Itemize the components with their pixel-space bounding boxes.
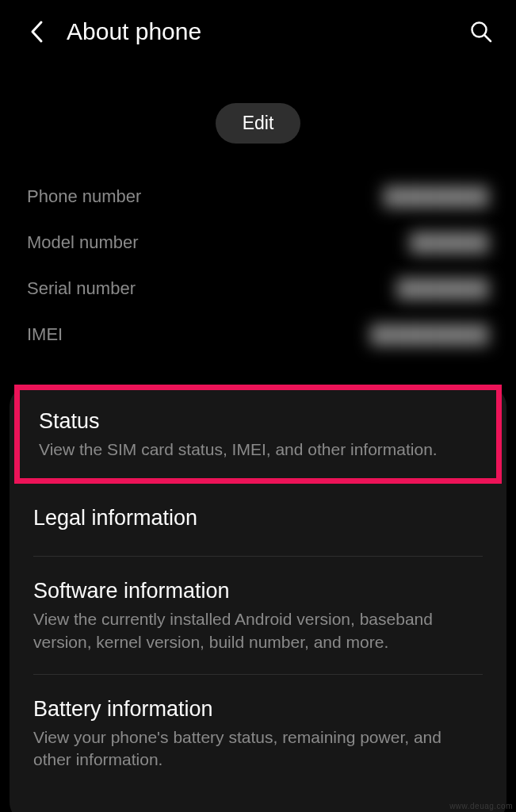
status-highlight: Status View the SIM card status, IMEI, a… — [14, 385, 502, 484]
info-value: ███████ — [397, 278, 489, 299]
info-list: Phone number ████████ Model number █████… — [0, 174, 516, 358]
info-value: █████████ — [371, 324, 489, 345]
legal-title: Legal information — [33, 506, 483, 530]
back-button[interactable] — [21, 16, 52, 48]
status-item[interactable]: Status View the SIM card status, IMEI, a… — [20, 390, 496, 478]
software-title: Software information — [33, 579, 483, 603]
status-title: Status — [39, 409, 477, 434]
legal-information-item[interactable]: Legal information — [10, 484, 506, 556]
search-button[interactable] — [464, 14, 499, 49]
search-icon — [469, 20, 493, 44]
info-row-imei[interactable]: IMEI █████████ — [27, 312, 489, 358]
info-label: Serial number — [27, 278, 136, 299]
info-value: ██████ — [410, 232, 489, 253]
software-information-item[interactable]: Software information View the currently … — [10, 557, 506, 674]
watermark: www.deuag.com — [449, 802, 513, 810]
svg-line-1 — [485, 36, 491, 42]
info-label: Phone number — [27, 186, 141, 207]
battery-subtitle: View your phone's battery status, remain… — [33, 726, 483, 772]
info-row-serial-number[interactable]: Serial number ███████ — [27, 266, 489, 312]
info-label: Model number — [27, 232, 139, 253]
info-row-phone-number[interactable]: Phone number ████████ — [27, 174, 489, 220]
software-subtitle: View the currently installed Android ver… — [33, 608, 483, 653]
edit-button[interactable]: Edit — [216, 103, 301, 144]
battery-information-item[interactable]: Battery information View your phone's ba… — [10, 675, 506, 792]
page-title: About phone — [67, 18, 464, 45]
info-label: IMEI — [27, 324, 63, 345]
back-chevron-icon — [29, 20, 44, 44]
edit-row: Edit — [0, 103, 516, 144]
header: About phone — [0, 0, 516, 63]
status-subtitle: View the SIM card status, IMEI, and othe… — [39, 439, 477, 461]
info-row-model-number[interactable]: Model number ██████ — [27, 220, 489, 266]
battery-title: Battery information — [33, 697, 483, 722]
about-phone-card: Status View the SIM card status, IMEI, a… — [10, 385, 506, 812]
info-value: ████████ — [384, 186, 489, 207]
